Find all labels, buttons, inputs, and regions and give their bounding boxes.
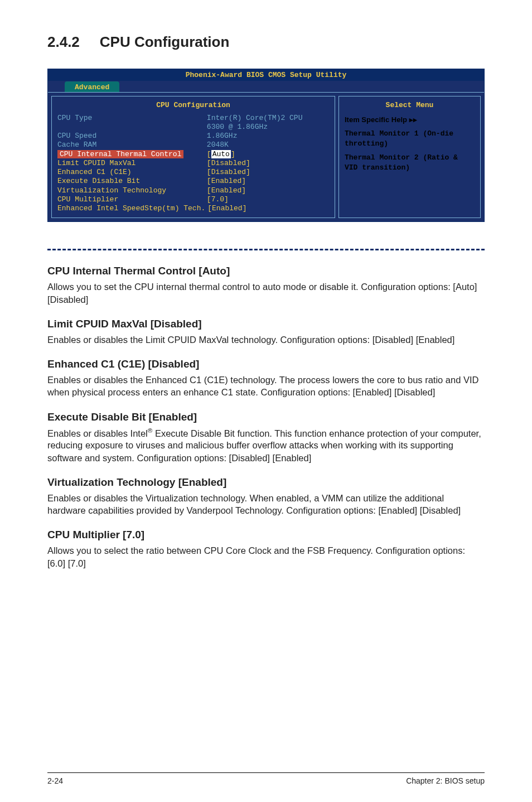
row-cpu-type-2: 6300 @ 1.86GHz [57, 123, 329, 132]
help-line-1: Thermal Monitor 1 (On-die throtting) [345, 129, 475, 148]
section-number: 2.4.2 [47, 33, 80, 51]
row-mult[interactable]: CPU Multiplier [7.0] [57, 195, 329, 204]
section-title: CPU Configuration [100, 33, 230, 50]
page-number: 2-24 [47, 776, 63, 785]
sub-limit-h: Limit CPUID MaxVal [Disabled] [47, 318, 485, 330]
sub-limit-p: Enables or disables the Limit CPUID MaxV… [47, 334, 485, 346]
sub-mult-p: Allows you to select the ratio between C… [47, 544, 485, 569]
sub-thermal-p: Allows you to set the CPU internal therm… [47, 281, 485, 306]
tab-advanced[interactable]: Advanced [65, 81, 119, 92]
row-limit[interactable]: Limit CPUID MaxVal [Disabled] [57, 159, 329, 168]
row-cache: Cache RAM 2048K [57, 141, 329, 149]
help-line-2: Thermal Monitor 2 (Ratio & VID transitio… [345, 153, 475, 172]
sub-vt-p: Enables or disables the Virtualization t… [47, 492, 485, 517]
sub-c1e-p: Enables or disables the Enhanced C1 (C1E… [47, 374, 485, 399]
help-text: Item Specific Help ▸▸ Thermal Monitor 1 … [345, 115, 475, 173]
sub-thermal-h: CPU Internal Thermal Control [Auto] [47, 265, 485, 277]
bios-right-pane: Select Menu Item Specific Help ▸▸ Therma… [338, 96, 481, 218]
sub-vt-h: Virtualization Technology [Enabled] [47, 476, 485, 489]
row-c1e[interactable]: Enhanced C1 (C1E) [Disabled] [57, 168, 329, 177]
sub-edb-p: Enables or disables Intel® Execute Disab… [47, 427, 485, 464]
pane-title: CPU Configuration [57, 101, 329, 110]
row-vt[interactable]: Virtualization Technology [Enabled] [57, 186, 329, 195]
row-cpu-speed: CPU Speed 1.86GHz [57, 132, 329, 141]
help-heading: Item Specific Help ▸▸ [345, 115, 475, 125]
row-thermal[interactable]: CPU Internal Thermal Control [Auto] [57, 150, 329, 159]
sub-edb-h: Execute Disable Bit [Enabled] [47, 411, 485, 423]
bios-titlebar: Phoenix-Award BIOS CMOS Setup Utility [48, 69, 484, 81]
row-edb[interactable]: Execute Disable Bit [Enabled] [57, 177, 329, 186]
section-heading: 2.4.2CPU Configuration [47, 33, 485, 51]
row-cpu-type: CPU Type Inter(R) Core(TM)2 CPU [57, 114, 329, 123]
sub-mult-h: CPU Multiplier [7.0] [47, 529, 485, 541]
bios-left-pane: CPU Configuration CPU Type Inter(R) Core… [51, 96, 335, 218]
bios-window: Phoenix-Award BIOS CMOS Setup Utility Ad… [47, 69, 485, 222]
chapter-label: Chapter 2: BIOS setup [406, 776, 485, 785]
sub-c1e-h: Enhanced C1 (C1E) [Disabled] [47, 358, 485, 370]
menu-title: Select Menu [345, 101, 475, 110]
bios-body: CPU Configuration CPU Type Inter(R) Core… [48, 92, 484, 221]
row-speedstep[interactable]: Enhanced Intel SpeedStep(tm) Tech. [Enab… [57, 204, 329, 213]
bios-tabs: Advanced [48, 81, 484, 92]
page-footer: 2-24 Chapter 2: BIOS setup [47, 772, 485, 785]
